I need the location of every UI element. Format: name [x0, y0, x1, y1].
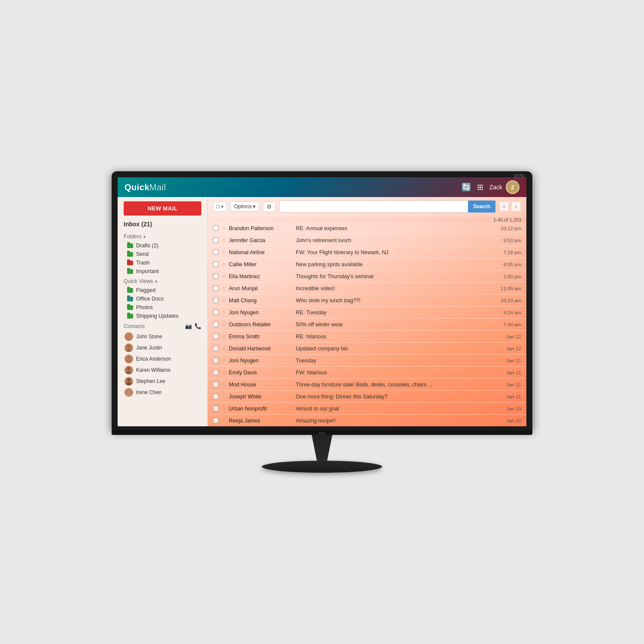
sidebar-item-drafts[interactable]: Drafts (2): [118, 241, 207, 250]
email-star-icon[interactable]: ☆: [221, 225, 226, 231]
email-row[interactable]: ☆National AirlineFW: Your Flight Itinera…: [208, 246, 526, 258]
email-star-icon[interactable]: ☆: [221, 237, 226, 243]
email-subject: RE: Annual expenses: [296, 225, 493, 231]
email-checkbox[interactable]: [213, 346, 219, 351]
email-checkbox[interactable]: [213, 286, 219, 291]
contact-jane-justin[interactable]: Jane Justin: [118, 342, 207, 353]
email-row[interactable]: ☆Reeja JamesAmazing recipe!!Jan 10: [208, 415, 526, 426]
logo-mail: Mail: [149, 182, 166, 192]
email-checkbox[interactable]: [213, 370, 219, 375]
email-sender: Mod House: [229, 382, 293, 388]
email-row[interactable]: ☆Emily DavisFW: hilariousJan 11: [208, 367, 526, 379]
checkbox-icon: ☐: [216, 204, 220, 210]
email-star-icon[interactable]: ☆: [221, 297, 226, 304]
svg-point-7: [126, 371, 132, 374]
email-row[interactable]: ☆Joseph WhiteOne more thing: Dinner this…: [208, 391, 526, 403]
email-star-icon[interactable]: ☆: [221, 273, 226, 279]
email-row[interactable]: ☆Donald HartwoodUpdated company bioJan 1…: [208, 343, 526, 355]
contact-erica-anderson[interactable]: Erica Anderson: [118, 353, 207, 365]
contact-john-stone[interactable]: John Stone: [118, 331, 207, 342]
avatar-erica-anderson: [125, 355, 133, 363]
email-checkbox[interactable]: [213, 358, 219, 363]
svg-point-11: [126, 393, 132, 397]
sidebar-item-trash[interactable]: Trash: [118, 258, 207, 267]
email-star-icon[interactable]: ☆: [221, 357, 226, 364]
avatar[interactable]: Z: [506, 180, 519, 194]
sidebar-item-shipping-updates[interactable]: Shipping Updates: [118, 312, 207, 320]
email-row[interactable]: ☆Matt ChangWho stole my lunch bag??!10:3…: [208, 295, 526, 307]
sidebar-item-office-docs[interactable]: Office Docs: [118, 295, 207, 303]
search-button[interactable]: Search: [468, 200, 495, 213]
email-row[interactable]: ☆Callie MillerNew parking spots availabl…: [208, 258, 526, 270]
monitor-bottom-bezel: hp: [112, 431, 532, 435]
contact-stephen-lee[interactable]: Stephen Lee: [118, 376, 207, 387]
email-checkbox[interactable]: [213, 261, 219, 267]
email-time: 10:12 pm: [495, 226, 521, 231]
email-checkbox[interactable]: [213, 334, 219, 339]
svg-point-2: [127, 345, 131, 348]
contact-irene-chen[interactable]: Irene Chen: [118, 387, 207, 398]
email-star-icon[interactable]: ☆: [221, 381, 226, 388]
email-checkbox[interactable]: [213, 237, 219, 243]
options-button[interactable]: Options ▾: [230, 201, 259, 212]
email-star-icon[interactable]: ☆: [221, 345, 226, 352]
email-row[interactable]: ☆Mod HouseThree-day furniture sale! Beds…: [208, 379, 526, 391]
email-star-icon[interactable]: ☆: [221, 285, 226, 292]
settings-button[interactable]: ⚙: [263, 201, 276, 212]
email-star-icon[interactable]: ☆: [221, 405, 226, 412]
email-checkbox[interactable]: [213, 273, 219, 279]
email-row[interactable]: ☆Brandon PattersonRE: Annual expenses10:…: [208, 222, 526, 234]
email-star-icon[interactable]: ☆: [221, 369, 226, 376]
email-time: Jan 12: [495, 346, 521, 351]
search-input[interactable]: [279, 200, 468, 213]
email-row[interactable]: ☆Arun MunjalIncredible video!11:09 am: [208, 283, 526, 295]
email-checkbox[interactable]: [213, 225, 219, 231]
sidebar-item-send[interactable]: Send: [118, 250, 207, 258]
sidebar-item-photos[interactable]: Photos: [118, 303, 207, 312]
email-checkbox[interactable]: [213, 382, 219, 387]
email-checkbox[interactable]: [213, 322, 219, 327]
email-star-icon[interactable]: ☆: [221, 333, 226, 340]
email-star-icon[interactable]: ☆: [221, 393, 226, 400]
email-area: ☐ ▾ Options ▾ ⚙ Search: [208, 197, 526, 426]
sidebar-item-flagged[interactable]: Flagged: [118, 286, 207, 295]
email-checkbox[interactable]: [213, 310, 219, 315]
email-row[interactable]: ☆Outdoors Retailer50% off winter wear7:4…: [208, 319, 526, 331]
email-sender: Urban Nonprofit: [229, 406, 293, 412]
email-checkbox[interactable]: [213, 394, 219, 399]
email-checkbox[interactable]: [213, 406, 219, 411]
email-subject: RE: hilarious: [296, 334, 493, 340]
next-page-button[interactable]: ›: [511, 201, 521, 212]
prev-page-button[interactable]: ‹: [499, 201, 509, 212]
email-row[interactable]: ☆Joni NyugenRE: Tuesday9:24 am: [208, 307, 526, 319]
select-checkbox-button[interactable]: ☐ ▾: [213, 202, 227, 212]
email-time: 4:05 pm: [495, 262, 521, 267]
phone-icon[interactable]: 📞: [194, 323, 201, 329]
grid-icon[interactable]: ⊞: [477, 182, 483, 192]
email-row[interactable]: ☆Jennifer GarciaJohn's retirement lunch9…: [208, 234, 526, 246]
video-icon[interactable]: 📷: [185, 323, 192, 329]
svg-point-8: [127, 378, 131, 382]
new-mail-button[interactable]: NEW MAIL: [124, 201, 201, 216]
email-subject: Tuesday: [296, 358, 493, 364]
svg-point-10: [127, 389, 131, 393]
email-row[interactable]: ☆Ella MartinezThoughts for Thursday's se…: [208, 270, 526, 283]
folders-section-title: Folders ▾: [118, 231, 207, 241]
email-row[interactable]: ☆Joni NyugenTuesdayJan 11: [208, 355, 526, 367]
refresh-icon[interactable]: 🔄: [462, 182, 471, 192]
email-checkbox[interactable]: [213, 298, 219, 303]
email-checkbox[interactable]: [213, 418, 219, 423]
contact-karen-williams[interactable]: Karen Williams: [118, 365, 207, 376]
email-sender: Arun Munjal: [229, 286, 293, 292]
email-star-icon[interactable]: ☆: [221, 309, 226, 316]
sidebar-item-important[interactable]: Important: [118, 267, 207, 276]
email-star-icon[interactable]: ☆: [221, 321, 226, 328]
email-star-icon[interactable]: ☆: [221, 249, 226, 255]
screen: QuickMail 🔄 ⊞ Zack Z NEW MAIL Inbox: [118, 177, 526, 426]
email-row[interactable]: ☆Urban NonprofitAlmost to our goalJan 10: [208, 403, 526, 415]
email-star-icon[interactable]: ☆: [221, 261, 226, 267]
email-toolbar: ☐ ▾ Options ▾ ⚙ Search: [208, 197, 526, 216]
email-checkbox[interactable]: [213, 249, 219, 255]
email-row[interactable]: ☆Emma SmithRE: hilariousJan 12: [208, 331, 526, 343]
email-star-icon[interactable]: ☆: [221, 417, 226, 424]
